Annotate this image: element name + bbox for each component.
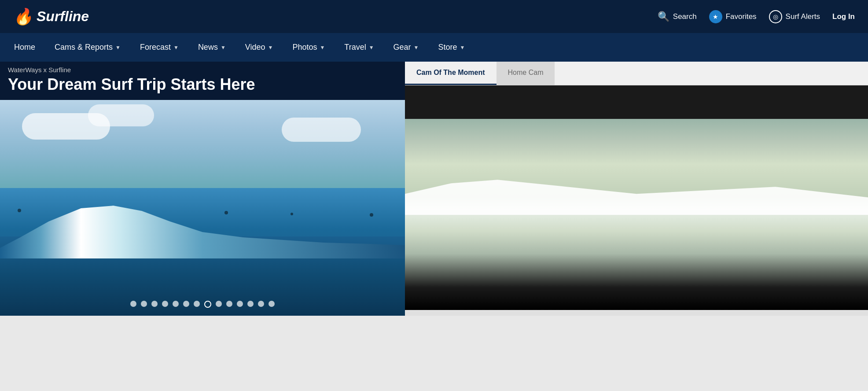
chevron-down-icon: ▼ (369, 44, 374, 51)
search-icon: 🔍 (658, 11, 669, 22)
chevron-down-icon: ▼ (115, 44, 121, 51)
tab-home-cam[interactable]: Home Cam (497, 62, 555, 85)
carousel-dot-2[interactable] (141, 301, 147, 307)
chevron-down-icon: ▼ (320, 44, 325, 51)
carousel-dot-1[interactable] (130, 301, 136, 307)
logo-text: Surfline (37, 8, 89, 25)
carousel-dot-3[interactable] (151, 301, 158, 307)
carousel-dot-12[interactable] (247, 301, 254, 307)
nav-travel-label: Travel (344, 43, 366, 52)
main-content: WaterWays x Surfline Your Dream Surf Tri… (0, 62, 868, 316)
nav-item-home[interactable]: Home (4, 33, 45, 62)
hero-section: WaterWays x Surfline Your Dream Surf Tri… (0, 62, 405, 316)
cloud-3 (282, 118, 361, 142)
sky-bg (0, 100, 405, 188)
chevron-down-icon: ▼ (221, 44, 226, 51)
surfer-3 (291, 213, 293, 215)
favorites-action[interactable]: ★ Favorites (709, 10, 757, 23)
surfer-2 (224, 211, 228, 214)
cam-section: Cam Of The Moment Home Cam (405, 62, 868, 316)
search-label: Search (673, 12, 697, 21)
carousel-dot-7[interactable] (194, 301, 200, 307)
carousel-dot-9[interactable] (216, 301, 222, 307)
chevron-down-icon: ▼ (268, 44, 273, 51)
nav-item-forecast[interactable]: Forecast ▼ (130, 33, 188, 62)
cam-video-player[interactable] (405, 85, 868, 310)
tab-cam-of-the-moment[interactable]: Cam Of The Moment (405, 62, 497, 85)
nav-item-cams-reports[interactable]: Cams & Reports ▼ (45, 33, 130, 62)
nav-home-label: Home (14, 43, 35, 52)
nav-news-label: News (198, 43, 218, 52)
hero-carousel-dots (0, 301, 405, 308)
nav-item-travel[interactable]: Travel ▼ (335, 33, 383, 62)
nav-gear-label: Gear (394, 43, 411, 52)
chevron-down-icon: ▼ (460, 44, 465, 51)
nav-item-photos[interactable]: Photos ▼ (283, 33, 335, 62)
hero-title: Your Dream Surf Trip Starts Here (0, 75, 405, 100)
carousel-dot-5[interactable] (173, 301, 179, 307)
chevron-down-icon: ▼ (414, 44, 419, 51)
surfer-1 (18, 209, 21, 212)
carousel-dot-13[interactable] (258, 301, 264, 307)
nav-cams-label: Cams & Reports (55, 43, 113, 52)
cloud-2 (88, 104, 154, 126)
nav-bar: Home Cams & Reports ▼ Forecast ▼ News ▼ … (0, 33, 868, 62)
favorites-label: Favorites (726, 12, 757, 21)
nav-photos-label: Photos (292, 43, 317, 52)
surf-alerts-action[interactable]: ◎ Surf Alerts (769, 10, 820, 23)
login-button[interactable]: Log In (832, 12, 855, 21)
nav-store-label: Store (438, 43, 457, 52)
search-action[interactable]: 🔍 Search (658, 11, 697, 22)
hero-image[interactable] (0, 100, 405, 316)
nav-item-store[interactable]: Store ▼ (428, 33, 474, 62)
carousel-dot-4[interactable] (162, 301, 168, 307)
top-actions: 🔍 Search ★ Favorites ◎ Surf Alerts Log I… (658, 10, 855, 23)
nav-item-video[interactable]: Video ▼ (235, 33, 283, 62)
surf-alerts-label: Surf Alerts (786, 12, 820, 21)
surfer-4 (370, 213, 373, 217)
carousel-dot-11[interactable] (237, 301, 243, 307)
cam-tabs: Cam Of The Moment Home Cam (405, 62, 868, 85)
logo[interactable]: 🔥 Surfline (13, 7, 89, 26)
favorites-icon: ★ (709, 10, 722, 23)
wave (0, 206, 405, 258)
nav-video-label: Video (245, 43, 265, 52)
carousel-dot-6[interactable] (183, 301, 189, 307)
carousel-dot-8[interactable] (204, 301, 211, 308)
nav-item-news[interactable]: News ▼ (188, 33, 235, 62)
nav-forecast-label: Forecast (140, 43, 171, 52)
hero-subtitle: WaterWays x Surfline (0, 62, 405, 75)
top-bar: 🔥 Surfline 🔍 Search ★ Favorites ◎ Surf A… (0, 0, 868, 33)
carousel-dot-14[interactable] (268, 301, 275, 307)
carousel-dot-10[interactable] (226, 301, 232, 307)
logo-flame-icon: 🔥 (13, 7, 33, 26)
surf-alerts-icon: ◎ (769, 10, 782, 23)
nav-item-gear[interactable]: Gear ▼ (384, 33, 429, 62)
chevron-down-icon: ▼ (173, 44, 179, 51)
